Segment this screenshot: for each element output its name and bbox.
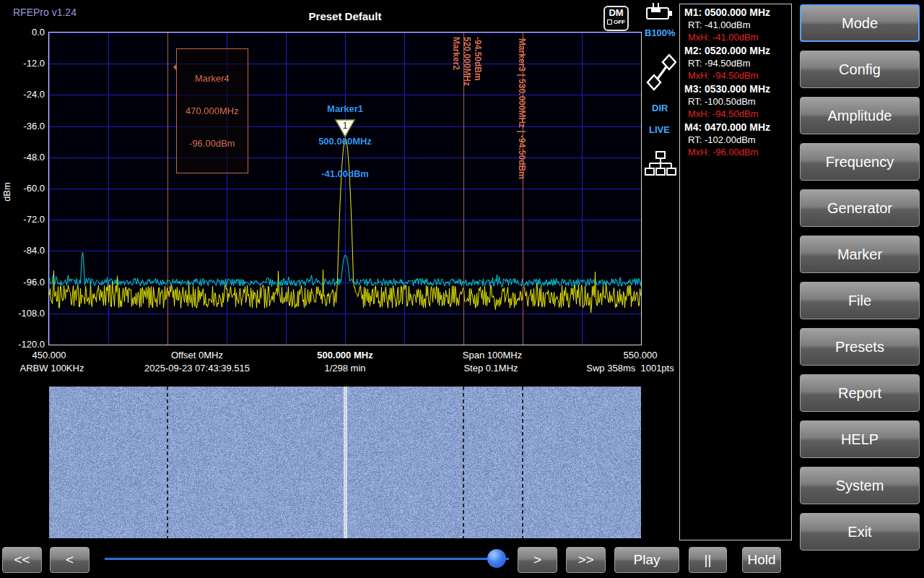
timestamp-label: 2025-09-23 07:43:39.515 <box>144 363 250 374</box>
marker-readout-rt: RT: -100.50dBm <box>684 95 787 108</box>
marker-readout-rt: RT: -94.50dBm <box>684 57 787 69</box>
marker-readout-mxh: MxH: -41.00dBm <box>684 31 787 43</box>
marker3-label: Marker3 | 530.000MHz | -94.50dBm <box>517 38 527 179</box>
menu-button-marker[interactable]: Marker <box>800 236 920 273</box>
marker4-freq: 470.000MHz <box>186 105 239 116</box>
rewind-button[interactable]: << <box>2 547 42 573</box>
y-tick: -72.0 <box>23 214 45 225</box>
marker2-amplitude: -94.50dBm <box>473 37 483 86</box>
spectrum-plot[interactable]: Marker4 470.000MHz -96.00dBm Marker1 500… <box>48 32 642 345</box>
y-axis-ticks: 0.0-12.0-24.0-36.0-48.0-60.0-72.0-84.0-9… <box>0 0 45 354</box>
sweep-stats: Swp 358ms 1001pts <box>586 363 674 374</box>
marker-readout-rt: RT: -102.00dBm <box>684 134 787 146</box>
dm-toggle[interactable]: DM OFF <box>603 6 629 31</box>
slider-thumb[interactable] <box>487 549 506 568</box>
marker4-title: Marker4 <box>186 73 239 84</box>
y-tick: -36.0 <box>23 121 45 131</box>
menu-button-presets[interactable]: Presets <box>800 328 920 366</box>
menu-button-help[interactable]: HELP <box>800 420 920 458</box>
menu-button-file[interactable]: File <box>800 282 920 319</box>
marker2-label: Marker2 520.000MHz -94.50dBm <box>451 37 483 86</box>
live-label: LIVE <box>649 124 670 135</box>
menu-button-system[interactable]: System <box>800 467 920 504</box>
marker1-triangle-icon: 1 <box>334 119 356 138</box>
menu-button-config[interactable]: Config <box>800 51 920 88</box>
y-tick: -48.0 <box>23 152 45 163</box>
y-tick: -120.0 <box>18 339 45 350</box>
rbw-label: ARBW 100KHz <box>20 363 84 374</box>
marker4-callout: Marker4 470.000MHz -96.00dBm <box>176 48 248 173</box>
step-forward-button[interactable]: > <box>518 547 557 573</box>
network-icon <box>645 150 676 179</box>
y-tick: -12.0 <box>23 58 45 69</box>
y-tick: -24.0 <box>23 89 45 100</box>
app-window: RFEPro v1.24 Preset Default DM OFF B100%… <box>0 0 924 578</box>
y-tick: -108.0 <box>18 308 45 319</box>
battery-icon <box>645 2 673 24</box>
marker-readout-title: M1: 0500.000 MHz <box>684 7 787 19</box>
pause-button[interactable]: || <box>689 547 727 573</box>
marker1-title: Marker1 <box>318 103 372 114</box>
step-label: Step 0.1MHz <box>463 363 518 374</box>
menu-button-exit[interactable]: Exit <box>800 513 920 551</box>
hold-button[interactable]: Hold <box>742 547 781 573</box>
direction-link-icon <box>646 51 676 97</box>
fast-forward-button[interactable]: >> <box>566 547 606 573</box>
menu-column: Mode Config Amplitude Frequency Generato… <box>796 0 924 578</box>
dm-checkbox <box>607 20 612 25</box>
sweep-counter: 1/298 min <box>324 363 365 374</box>
menu-button-mode[interactable]: Mode <box>800 4 920 42</box>
step-back-button[interactable]: < <box>50 547 90 573</box>
y-tick: 0.0 <box>32 27 45 38</box>
menu-button-generator[interactable]: Generator <box>800 189 920 227</box>
x-label-end: 550.000 <box>624 350 658 361</box>
dm-label: DM <box>605 7 627 19</box>
position-slider[interactable] <box>105 558 509 560</box>
marker-line <box>463 33 464 345</box>
span-label: Span 100MHz <box>463 350 522 361</box>
marker-readout-title: M3: 0530.000 MHz <box>684 83 787 95</box>
preset-title: Preset Default <box>309 10 382 22</box>
play-button[interactable]: Play <box>614 547 679 573</box>
menu-button-report[interactable]: Report <box>800 374 920 412</box>
x-label-center: 500.000 MHz <box>317 350 372 361</box>
y-axis-unit-label: dBm <box>1 182 12 202</box>
menu-button-amplitude[interactable]: Amplitude <box>800 97 920 134</box>
battery-label: B100% <box>645 27 676 38</box>
y-tick: -84.0 <box>23 245 45 256</box>
marker-readout-mxh: MxH: -96.00dBm <box>684 146 787 158</box>
marker-readout-title: M2: 0520.000 MHz <box>684 45 787 57</box>
waterfall-canvas <box>49 387 641 538</box>
marker-readout-rt: RT: -41.00dBm <box>684 19 787 31</box>
marker-line <box>167 33 168 345</box>
svg-text:1: 1 <box>343 121 348 131</box>
y-tick: -60.0 <box>23 183 45 194</box>
marker1-amplitude: -41.00dBm <box>318 168 372 179</box>
x-label-start: 450.000 <box>32 350 66 361</box>
marker2-title: Marker2 <box>451 37 461 86</box>
dir-label: DIR <box>652 103 668 113</box>
offset-label: Offset 0MHz <box>171 350 223 361</box>
marker-readout-mxh: MxH: -94.50dBm <box>684 69 787 82</box>
dm-state-label: OFF <box>614 19 625 25</box>
menu-button-frequency[interactable]: Frequency <box>800 143 920 181</box>
marker-readout-panel: M1: 0500.000 MHz RT: -41.00dBm MxH: -41.… <box>679 4 792 540</box>
marker-line <box>523 33 523 345</box>
marker-readout-mxh: MxH: -94.50dBm <box>684 108 787 120</box>
marker1-label: Marker1 500.000MHz -41.00dBm <box>318 82 372 201</box>
marker4-amplitude: -96.00dBm <box>186 138 239 149</box>
marker-readout-title: M4: 0470.000 MHz <box>684 121 787 134</box>
y-tick: -96.0 <box>23 277 45 288</box>
